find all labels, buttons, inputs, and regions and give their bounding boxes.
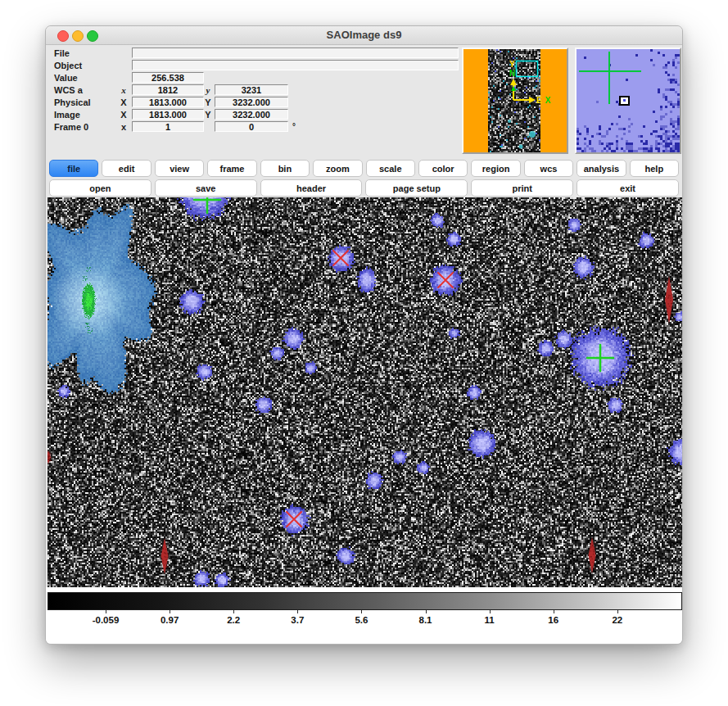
frame-rotation-field[interactable]: 0 bbox=[215, 121, 288, 132]
wcs-label: WCS a bbox=[54, 84, 83, 97]
panner-panel[interactable] bbox=[462, 48, 568, 154]
menu-button-region[interactable]: region bbox=[471, 160, 520, 177]
physical-label: Physical bbox=[54, 97, 91, 109]
colorbar-tick-label: 8.1 bbox=[419, 615, 432, 625]
menu-button-zoom[interactable]: zoom bbox=[313, 160, 362, 177]
wcs-x-sublabel: x bbox=[118, 84, 129, 97]
menu-button-header[interactable]: header bbox=[260, 179, 363, 197]
menu-button-view[interactable]: view bbox=[155, 160, 204, 177]
menu-bar: fileeditviewframebinzoomscalecolorregion… bbox=[47, 160, 681, 177]
value-label: Value bbox=[54, 72, 78, 84]
magnifier-canvas[interactable] bbox=[577, 49, 680, 152]
wcs-y-field[interactable]: 3231 bbox=[215, 84, 288, 95]
colorbar-tick bbox=[106, 610, 106, 613]
fullscreen-button[interactable] bbox=[87, 30, 98, 42]
frame-zoom-field[interactable]: 1 bbox=[132, 121, 204, 132]
wcs-x-field[interactable]: 1812 bbox=[132, 84, 204, 95]
minimize-button[interactable] bbox=[72, 30, 84, 42]
colorbar-tick bbox=[297, 610, 298, 613]
info-panel: File Object Value 256.538 WCS a x 1812 y… bbox=[46, 45, 682, 159]
menu-button-open[interactable]: open bbox=[49, 179, 151, 197]
image-y-field[interactable]: 3232.000 bbox=[215, 109, 288, 120]
image-label: Image bbox=[54, 109, 80, 121]
menu-button-bin[interactable]: bin bbox=[260, 160, 310, 177]
object-field[interactable] bbox=[132, 60, 459, 70]
file-submenu-bar: opensaveheaderpage setupprintexit bbox=[47, 179, 681, 197]
menu-button-help[interactable]: help bbox=[630, 160, 679, 177]
image-x-sublabel: X bbox=[118, 109, 129, 121]
title-bar[interactable]: SAOImage ds9 bbox=[46, 26, 682, 45]
colorbar-tick bbox=[617, 610, 618, 613]
physical-x-field[interactable]: 1813.000 bbox=[132, 97, 204, 107]
colorbar-tick bbox=[426, 610, 427, 613]
object-label: Object bbox=[54, 60, 82, 72]
window-title: SAOImage ds9 bbox=[46, 26, 682, 44]
image-x-field[interactable]: 1813.000 bbox=[132, 109, 204, 120]
colorbar-tick-label: 5.6 bbox=[355, 615, 368, 625]
close-button[interactable] bbox=[57, 30, 69, 42]
physical-y-field[interactable]: 3232.000 bbox=[215, 97, 288, 107]
menu-button-edit[interactable]: edit bbox=[102, 160, 151, 177]
desktop: SAOImage ds9 File Object Value 256.538 W… bbox=[0, 0, 728, 706]
menu-button-print[interactable]: print bbox=[471, 179, 573, 197]
menu-button-exit[interactable]: exit bbox=[577, 179, 679, 197]
menu-button-wcs[interactable]: wcs bbox=[524, 160, 573, 177]
file-field[interactable] bbox=[132, 48, 459, 58]
colorbar-tick-label: 11 bbox=[485, 615, 495, 625]
value-field[interactable]: 256.538 bbox=[132, 72, 204, 83]
colorbar-tick bbox=[490, 610, 491, 613]
frame-label: Frame 0 bbox=[54, 121, 88, 134]
menu-button-scale[interactable]: scale bbox=[366, 160, 415, 177]
frame-x-sublabel: x bbox=[118, 121, 129, 134]
menu-button-analysis[interactable]: analysis bbox=[577, 160, 626, 177]
physical-x-sublabel: X bbox=[118, 97, 129, 109]
menu-button-page-setup[interactable]: page setup bbox=[365, 179, 468, 197]
file-label: File bbox=[54, 48, 70, 60]
colorbar-tick-label: 2.2 bbox=[227, 615, 240, 625]
wcs-y-sublabel: y bbox=[202, 84, 214, 97]
colorbar-tick-label: -0.059 bbox=[93, 615, 120, 625]
menu-button-save[interactable]: save bbox=[155, 179, 257, 197]
colorbar-tick-label: 22 bbox=[612, 615, 622, 625]
panner-canvas[interactable] bbox=[463, 49, 567, 152]
menu-button-color[interactable]: color bbox=[418, 160, 468, 177]
menu-button-frame[interactable]: frame bbox=[207, 160, 256, 177]
colorbar-tick bbox=[233, 610, 234, 613]
menu-button-file[interactable]: file bbox=[49, 160, 98, 177]
image-y-sublabel: Y bbox=[202, 109, 214, 121]
degree-symbol: ° bbox=[292, 121, 296, 132]
colorbar-tick-label: 3.7 bbox=[291, 615, 304, 625]
main-image-canvas[interactable] bbox=[47, 197, 683, 587]
physical-y-sublabel: Y bbox=[202, 97, 214, 109]
colorbar-tick bbox=[554, 610, 554, 613]
colorbar[interactable] bbox=[47, 592, 682, 610]
ds9-window: SAOImage ds9 File Object Value 256.538 W… bbox=[45, 25, 683, 645]
colorbar-tick bbox=[170, 610, 170, 613]
colorbar-tick-label: 16 bbox=[548, 615, 558, 625]
colorbar-tick bbox=[361, 610, 362, 613]
colorbar-tick-label: 0.97 bbox=[161, 615, 179, 625]
magnifier-panel[interactable] bbox=[575, 48, 681, 154]
